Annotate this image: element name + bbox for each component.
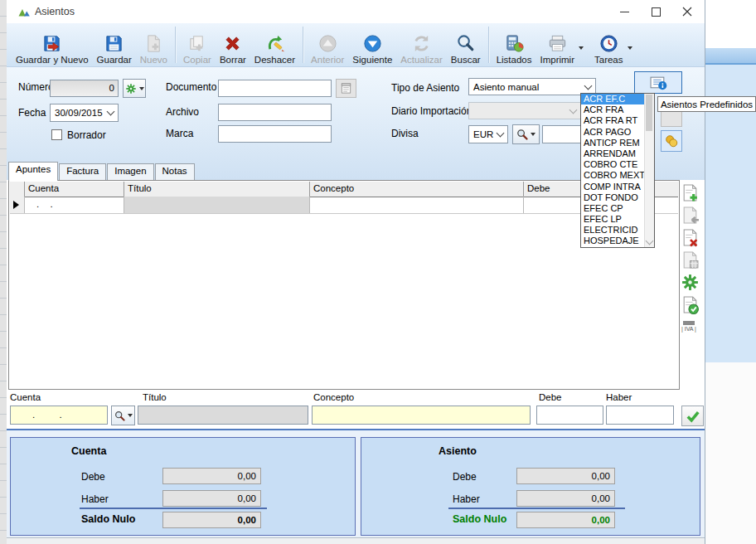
delete-x-icon bbox=[222, 33, 243, 54]
toolbar-label: Guardar y Nuevo bbox=[16, 55, 89, 65]
row-cuenta-cell[interactable]: . . bbox=[25, 197, 124, 213]
tareas-button[interactable]: Tareas bbox=[590, 25, 628, 65]
guardar-button[interactable]: Guardar bbox=[93, 25, 136, 65]
toolbar-label: Buscar bbox=[451, 55, 481, 65]
iva-icon[interactable]: | IVA | bbox=[681, 318, 700, 337]
archivo-input[interactable] bbox=[218, 104, 332, 121]
close-button[interactable] bbox=[671, 0, 703, 23]
maximize-button[interactable] bbox=[640, 0, 671, 23]
cuenta-summary-panel: Cuenta Debe 0,00 Haber 0,00 Saldo Nulo 0… bbox=[10, 437, 356, 536]
window-bottom-edge bbox=[7, 537, 705, 544]
tipo-asiento-label: Tipo de Asiento bbox=[391, 82, 459, 94]
imprimir-menu-caret[interactable] bbox=[579, 46, 584, 50]
listados-button[interactable]: Listados bbox=[492, 25, 536, 65]
confirm-entry-button[interactable] bbox=[681, 406, 704, 426]
entry-concepto-input[interactable] bbox=[312, 406, 531, 425]
exchange-rate-button[interactable] bbox=[661, 130, 682, 152]
dropdown-item[interactable]: ACR FRA RT bbox=[581, 115, 645, 126]
toolbar-separator bbox=[175, 27, 176, 63]
asientos-predefinidos-button[interactable] bbox=[634, 71, 682, 94]
tab-imagen[interactable]: Imagen bbox=[107, 163, 153, 181]
documento-notes-button bbox=[336, 79, 356, 98]
background-right-band bbox=[705, 48, 756, 65]
delete-row-icon[interactable] bbox=[681, 228, 700, 247]
asiento-haber-label: Haber bbox=[453, 493, 480, 505]
dropdown-item[interactable]: COMP INTRA bbox=[581, 182, 645, 192]
cuenta-sum-line bbox=[80, 508, 267, 509]
documento-input[interactable] bbox=[218, 80, 332, 97]
borrar-button[interactable]: Borrar bbox=[216, 25, 250, 65]
fecha-combo[interactable]: 30/09/2015 bbox=[50, 104, 119, 122]
iva-label: IVA bbox=[685, 326, 693, 332]
tab-notas[interactable]: Notas bbox=[155, 163, 195, 181]
dropdown-scrollbar[interactable] bbox=[644, 94, 654, 247]
grid-header-titulo[interactable]: Título bbox=[124, 182, 310, 197]
cuenta-haber-label: Haber bbox=[81, 493, 109, 505]
dropdown-item[interactable]: ACR EF.C bbox=[581, 94, 645, 104]
title-bar: Asientos bbox=[7, 0, 705, 23]
dropdown-item[interactable]: ELECTRICID bbox=[581, 225, 645, 236]
coins-icon bbox=[664, 134, 679, 148]
add-row-icon[interactable] bbox=[681, 183, 700, 202]
entry-cuenta-search-button[interactable] bbox=[111, 406, 135, 425]
entry-debe-label: Debe bbox=[539, 392, 562, 402]
printer-icon bbox=[547, 33, 568, 54]
validate-entry-icon[interactable] bbox=[681, 295, 700, 314]
maximize-icon bbox=[652, 7, 661, 17]
entry-haber-label: Haber bbox=[606, 392, 632, 402]
minimize-button[interactable] bbox=[608, 0, 640, 23]
diario-chevron-icon bbox=[569, 105, 578, 114]
row-indicator-cell bbox=[10, 197, 25, 213]
borrador-checkbox[interactable] bbox=[51, 129, 62, 140]
tab-factura[interactable]: Factura bbox=[59, 163, 106, 181]
tipo-asiento-value: Asiento manual bbox=[473, 82, 539, 92]
divisa-value: EUR bbox=[473, 129, 493, 139]
settings-gear-icon[interactable] bbox=[681, 273, 700, 292]
dropdown-item[interactable]: COBRO CTE bbox=[581, 159, 645, 170]
deshacer-button[interactable]: Deshacer bbox=[250, 25, 299, 65]
tab-apuntes[interactable]: Apuntes bbox=[8, 162, 58, 181]
dropdown-item[interactable]: COBRO MEXT bbox=[581, 170, 645, 181]
grid-header-concepto[interactable]: Concepto bbox=[310, 182, 524, 197]
row-indicator-icon bbox=[13, 201, 19, 209]
borrador-label: Borrador bbox=[67, 129, 106, 141]
buscar-button[interactable]: Buscar bbox=[447, 25, 485, 65]
dropdown-item[interactable]: EFEC CP bbox=[581, 203, 645, 214]
guardar-y-nuevo-button[interactable]: Guardar y Nuevo bbox=[12, 25, 93, 65]
siguiente-button[interactable]: Siguiente bbox=[348, 25, 396, 65]
apuntes-grid-panel: Cuenta Título Concepto Debe . . bbox=[8, 180, 680, 390]
dropdown-item[interactable]: ARRENDAM bbox=[581, 148, 645, 159]
dropdown-item[interactable]: ACR PAGO bbox=[581, 127, 645, 138]
divisa-search-button[interactable] bbox=[512, 124, 540, 144]
tareas-menu-caret[interactable] bbox=[628, 46, 632, 50]
dropdown-item[interactable]: ACR FRA bbox=[581, 104, 645, 115]
nuevo-button: Nuevo bbox=[136, 25, 172, 65]
divisa-combo[interactable]: EUR bbox=[468, 125, 508, 143]
check-icon bbox=[686, 410, 700, 423]
dropdown-item[interactable]: DOT FONDO bbox=[581, 192, 645, 203]
row-concepto-cell[interactable] bbox=[310, 197, 524, 213]
scroll-down-icon[interactable] bbox=[646, 237, 654, 245]
marca-input[interactable] bbox=[218, 125, 332, 143]
grid-row-1[interactable]: . . bbox=[10, 197, 678, 214]
numero-gear-button[interactable] bbox=[123, 79, 146, 98]
cuenta-panel-title: Cuenta bbox=[71, 445, 106, 457]
numero-label: Número bbox=[18, 81, 54, 93]
toolbar-label: Actualizar bbox=[400, 55, 443, 65]
imprimir-button[interactable]: Imprimir bbox=[536, 25, 579, 65]
dropdown-item[interactable]: ANTICP REM bbox=[581, 138, 645, 148]
scrollbar-thumb[interactable] bbox=[646, 95, 652, 131]
dropdown-item[interactable]: EFEC LP bbox=[581, 214, 645, 225]
row-titulo-cell bbox=[124, 197, 310, 213]
dropdown-item[interactable]: HOSPEDAJE bbox=[581, 236, 645, 246]
background-right-top bbox=[705, 0, 756, 48]
undo-icon bbox=[264, 33, 285, 54]
grid-header-cuenta[interactable]: Cuenta bbox=[25, 182, 124, 197]
entry-debe-input[interactable] bbox=[536, 406, 603, 425]
tipo-asiento-combo[interactable]: Asiento manual bbox=[468, 78, 596, 95]
entry-haber-input[interactable] bbox=[606, 406, 674, 425]
toolbar-label: Nuevo bbox=[140, 55, 167, 65]
divisa-search-caret bbox=[531, 133, 536, 136]
entry-cuenta-input[interactable]: . . bbox=[10, 406, 108, 425]
anterior-button: Anterior bbox=[307, 25, 348, 65]
